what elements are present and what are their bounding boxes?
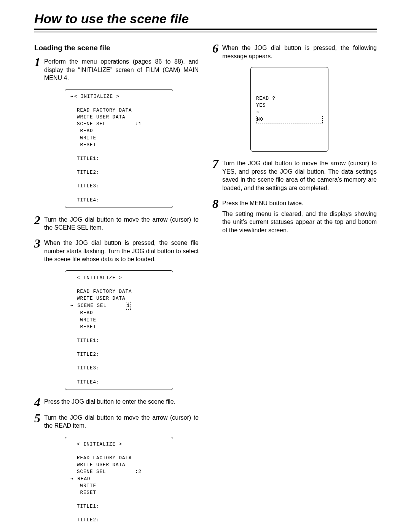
menu-line: TITLE1: (77, 504, 100, 509)
menu-line: TITLE3: (77, 366, 100, 371)
left-column: Loading the scene file 1 Perform the men… (34, 44, 199, 532)
step-number: 3 (34, 239, 44, 248)
menu-line: WRITE (77, 318, 96, 323)
step-number: 5 (34, 414, 44, 423)
menu-header: < INITIALIZE > (77, 275, 122, 281)
menu-yes: YES (256, 102, 323, 109)
menu-line: TITLE1: (77, 338, 100, 343)
step-8: 8 Press the MENU button twice. (212, 199, 377, 208)
menu-line: SCENE SEL :2 (77, 469, 142, 474)
step-number: 4 (34, 398, 44, 407)
step-text: Press the JOG dial button to enter the s… (44, 398, 175, 406)
menu-screen-6: READ ? YES ➔ NO (250, 67, 328, 152)
menu-line: RESET (77, 324, 96, 330)
step-text: When the JOG dial button is pressed, the… (44, 239, 199, 264)
step-number: 6 (212, 44, 222, 53)
menu-screen-3: < INITIALIZE > READ FACTORY DATA WRITE U… (65, 270, 173, 390)
arrow-icon: ➔ (256, 109, 260, 116)
menu-line: READ FACTORY DATA (77, 108, 132, 113)
step-5: 5 Turn the JOG dial button to move the a… (34, 414, 199, 430)
step-4: 4 Press the JOG dial button to enter the… (34, 398, 199, 407)
section-heading: Loading the scene file (34, 44, 199, 52)
step-number: 8 (212, 199, 222, 208)
menu-line: WRITE (77, 483, 96, 489)
blinking-no: NO (256, 116, 323, 123)
step-7: 7 Turn the JOG dial button to move the a… (212, 159, 377, 192)
arrow-icon: ➔ (70, 302, 74, 309)
menu-line: TITLE2: (77, 170, 100, 175)
menu-line: READ (77, 128, 93, 134)
step-text: Turn the JOG dial button to move the arr… (44, 414, 199, 430)
page: How to use the scene file Loading the sc… (0, 0, 411, 532)
menu-line: WRITE (77, 136, 96, 141)
step-6: 6 When the JOG dial button is pressed, t… (212, 44, 377, 60)
title-rule (34, 29, 377, 32)
menu-line: READ FACTORY DATA (77, 455, 132, 461)
step-number: 1 (34, 58, 44, 67)
step-3: 3 When the JOG dial button is pressed, t… (34, 239, 199, 264)
step-text: When the JOG dial button is pressed, the… (222, 44, 377, 60)
menu-line: READ (74, 476, 91, 482)
step-text: Perform the menu operations (pages 86 to… (44, 58, 199, 82)
menu-line: TITLE2: (77, 518, 100, 523)
menu-line: RESET (77, 142, 96, 148)
menu-header: < INITIALIZE > (74, 94, 119, 99)
menu-line: TITLE4: (77, 380, 100, 385)
menu-line: WRITE USER DATA (77, 296, 126, 301)
right-column: 6 When the JOG dial button is pressed, t… (212, 44, 377, 532)
menu-line: RESET (77, 490, 96, 495)
menu-header: < INITIALIZE > (77, 442, 122, 447)
step-text: Turn the JOG dial button to move the arr… (222, 159, 377, 192)
menu-screen-5: < INITIALIZE > READ FACTORY DATA WRITE U… (65, 437, 173, 532)
menu-line: SCENE SEL (78, 303, 107, 308)
menu-line: READ (77, 310, 93, 316)
step-1: 1 Perform the menu operations (pages 86 … (34, 58, 199, 82)
step-text: The setting menu is cleared, and the dis… (222, 210, 377, 235)
menu-screen-1: ➔< INITIALIZE > READ FACTORY DATA WRITE … (65, 89, 173, 208)
blinking-value: 1 (126, 302, 131, 310)
menu-line: TITLE2: (77, 352, 100, 357)
arrow-icon: ➔ (70, 93, 74, 100)
menu-line: SCENE SEL :1 (77, 121, 142, 127)
step-text: Turn the JOG dial button to move the arr… (44, 216, 199, 232)
menu-line: WRITE USER DATA (77, 462, 126, 468)
menu-line: TITLE1: (77, 156, 100, 161)
step-2: 2 Turn the JOG dial button to move the a… (34, 216, 199, 232)
arrow-icon: ➔ (70, 476, 74, 482)
step-text: Press the MENU button twice. (222, 199, 303, 208)
menu-prompt: READ ? (256, 95, 323, 102)
page-title: How to use the scene file (34, 11, 377, 26)
menu-line: TITLE3: (77, 184, 100, 189)
menu-line: READ FACTORY DATA (77, 289, 132, 294)
step-number: 2 (34, 216, 44, 225)
step-8-cont: The setting menu is cleared, and the dis… (212, 210, 377, 235)
step-number: 7 (212, 159, 222, 168)
menu-line: WRITE USER DATA (77, 115, 126, 120)
content-columns: Loading the scene file 1 Perform the men… (34, 44, 377, 532)
menu-line: TITLE4: (77, 198, 100, 203)
